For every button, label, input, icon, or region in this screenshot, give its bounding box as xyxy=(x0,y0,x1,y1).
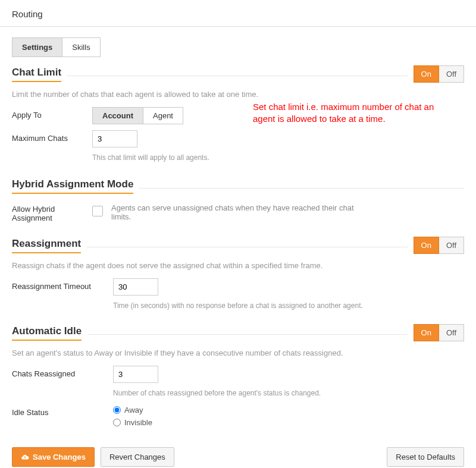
reassign-off[interactable]: Off xyxy=(439,237,464,254)
save-button[interactable]: Save Changes xyxy=(12,447,95,467)
revert-button[interactable]: Revert Changes xyxy=(101,447,174,467)
max-chats-help: This chat limit will apply to all agents… xyxy=(92,153,464,162)
chats-reassigned-label: Chats Reassigned xyxy=(12,366,113,378)
section-hybrid: Hybrid Assignment Mode Allow Hybrid Assi… xyxy=(12,178,464,222)
idle-toggle: On Off xyxy=(414,324,464,341)
idle-status-radios: Away Invisible xyxy=(113,404,152,431)
apply-to-label: Apply To xyxy=(12,107,92,120)
idle-on[interactable]: On xyxy=(414,324,439,341)
idle-desc: Set an agent's status to Away or Invisib… xyxy=(12,348,464,357)
tabs: SettingsSkills xyxy=(12,37,464,57)
radio-away-label: Away xyxy=(124,406,143,414)
max-chats-label: Maximum Chats xyxy=(12,130,92,143)
chat-limit-off[interactable]: Off xyxy=(439,65,464,83)
tab-skills[interactable]: Skills xyxy=(62,37,100,57)
apply-to-segmented: Account Agent xyxy=(92,107,183,124)
radio-away[interactable] xyxy=(113,406,121,414)
reassign-timeout-input[interactable] xyxy=(113,278,158,296)
apply-to-account[interactable]: Account xyxy=(92,107,143,124)
chats-reassigned-help: Number of chats reassigned before the ag… xyxy=(113,389,464,397)
allow-hybrid-desc: Agents can serve unassigned chats when t… xyxy=(111,203,361,221)
title-underline xyxy=(12,252,81,253)
divider xyxy=(0,26,476,27)
idle-status-away[interactable]: Away xyxy=(113,406,152,414)
radio-invisible[interactable] xyxy=(113,419,121,426)
chat-limit-desc: Limit the number of chats that each agen… xyxy=(12,90,464,99)
title-underline xyxy=(12,340,82,341)
apply-to-agent[interactable]: Agent xyxy=(143,107,183,124)
page-title: Routing xyxy=(12,0,464,26)
reassign-help: Time (in seconds) with no response befor… xyxy=(113,301,464,310)
idle-off[interactable]: Off xyxy=(439,324,464,341)
chat-limit-on[interactable]: On xyxy=(414,65,439,83)
footer: Save Changes Revert Changes Reset to Def… xyxy=(12,447,464,467)
title-underline xyxy=(12,193,133,194)
section-idle: Automatic Idle On Off Set an agent's sta… xyxy=(12,324,464,431)
reassign-on[interactable]: On xyxy=(414,237,439,254)
chats-reassigned-input[interactable] xyxy=(113,366,158,383)
reassign-title: Reassignment xyxy=(12,238,81,250)
chat-limit-toggle: On Off xyxy=(414,65,464,83)
annotation-text: Set chat limit i.e. maximum number of ch… xyxy=(253,101,443,125)
idle-status-label: Idle Status xyxy=(12,404,113,417)
hybrid-title: Hybrid Assignment Mode xyxy=(12,178,133,190)
allow-hybrid-checkbox[interactable] xyxy=(92,206,103,216)
idle-title: Automatic Idle xyxy=(12,325,82,337)
reassign-toggle: On Off xyxy=(414,237,464,254)
reassign-desc: Reassign chats if the agent does not ser… xyxy=(12,261,464,270)
chat-limit-title: Chat Limit xyxy=(12,67,61,78)
max-chats-input[interactable] xyxy=(92,130,137,147)
cloud-upload-icon xyxy=(21,453,29,461)
reset-button[interactable]: Reset to Defaults xyxy=(387,447,464,467)
allow-hybrid-label: Allow Hybrid Assignment xyxy=(12,203,92,222)
idle-status-invisible[interactable]: Invisible xyxy=(113,418,152,427)
title-underline xyxy=(12,81,61,82)
reassign-timeout-label: Reassignment Timeout xyxy=(12,278,113,291)
tab-settings[interactable]: Settings xyxy=(12,37,62,57)
save-button-label: Save Changes xyxy=(33,453,86,461)
radio-invisible-label: Invisible xyxy=(124,418,152,427)
section-reassignment: Reassignment On Off Reassign chats if th… xyxy=(12,237,464,310)
